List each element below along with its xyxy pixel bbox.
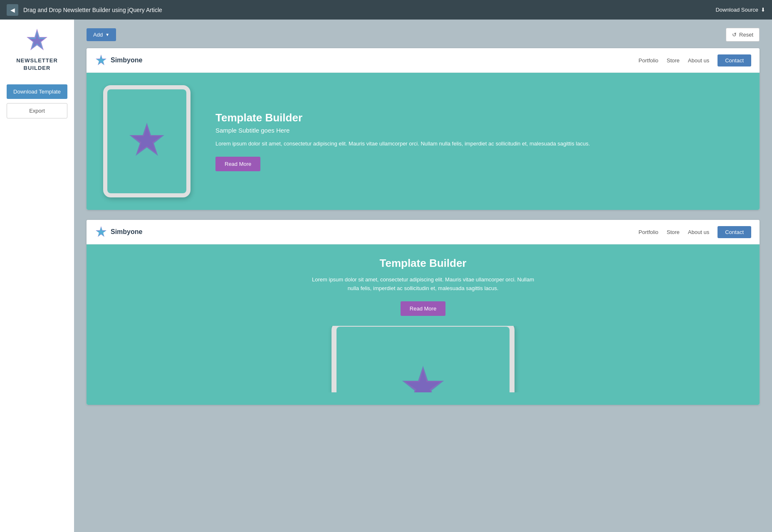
card2-brand: Simbyone <box>95 226 638 238</box>
reset-label: Reset <box>739 32 753 38</box>
main-layout: NEWSLETTERBUILDER Download Template Expo… <box>0 20 772 532</box>
tablet-screen <box>107 89 186 193</box>
newsletter-card-1: Simbyone Portfolio Store About us Contac… <box>87 48 760 210</box>
add-dropdown-arrow: ▼ <box>105 32 109 37</box>
card1-brand-icon <box>95 54 107 66</box>
tablet-star-icon <box>126 121 168 162</box>
add-button[interactable]: Add ▼ <box>87 28 116 41</box>
card2-hero: Template Builder Lorem ipsum dolor sit a… <box>87 244 760 405</box>
back-button[interactable]: ◀ <box>7 4 18 16</box>
svg-marker-4 <box>96 55 106 65</box>
svg-marker-9 <box>96 227 106 236</box>
download-source-button[interactable]: Download Source ⬇ <box>715 7 765 13</box>
tablet-frame <box>103 85 191 197</box>
card2-brand-icon <box>95 226 107 238</box>
card1-hero-text: Template Builder Sample Subtitle goes He… <box>199 111 743 171</box>
card2-brand-name: Simbyone <box>111 228 142 236</box>
card1-hero-body: Lorem ipsum dolor sit amet, consectetur … <box>215 140 743 148</box>
card1-brand: Simbyone <box>95 54 638 66</box>
card1-nav: Simbyone Portfolio Store About us Contac… <box>87 48 760 73</box>
top-bar: ◀ Drag and Drop Newsletter Builder using… <box>0 0 772 20</box>
newsletter-card-2: Simbyone Portfolio Store About us Contac… <box>87 220 760 405</box>
export-button[interactable]: Export <box>7 103 67 118</box>
download-template-button[interactable]: Download Template <box>7 84 67 99</box>
card2-nav-about[interactable]: About us <box>688 229 709 235</box>
card1-read-more-button[interactable]: Read More <box>215 157 260 171</box>
card1-device <box>103 85 199 197</box>
download-source-icon: ⬇ <box>761 7 765 13</box>
reset-icon: ↺ <box>732 32 737 38</box>
card2-tablet-star-icon <box>398 363 448 392</box>
card1-nav-links: Portfolio Store About us Contact <box>638 54 751 66</box>
card1-nav-portfolio[interactable]: Portfolio <box>638 57 658 64</box>
card2-read-more-button[interactable]: Read More <box>401 301 445 316</box>
card2-nav-portfolio[interactable]: Portfolio <box>638 229 658 235</box>
card1-nav-contact[interactable]: Contact <box>718 54 751 66</box>
toolbar: Add ▼ ↺ Reset <box>87 28 760 42</box>
top-bar-left: ◀ Drag and Drop Newsletter Builder using… <box>7 4 162 16</box>
card2-tablet-frame <box>332 326 515 392</box>
card2-tablet-container <box>103 326 743 392</box>
content-area: Add ▼ ↺ Reset Simbyone Portfol <box>74 20 772 532</box>
card1-brand-name: Simbyone <box>111 57 142 64</box>
download-source-label: Download Source <box>715 7 758 13</box>
card2-tablet-screen <box>337 327 510 392</box>
card2-nav-contact[interactable]: Contact <box>718 226 751 238</box>
sidebar: NEWSLETTERBUILDER Download Template Expo… <box>0 20 74 532</box>
add-label: Add <box>93 32 103 38</box>
card2-nav: Simbyone Portfolio Store About us Contac… <box>87 220 760 244</box>
card2-hero-title: Template Builder <box>103 257 743 270</box>
card1-hero: Template Builder Sample Subtitle goes He… <box>87 73 760 210</box>
card2-nav-store[interactable]: Store <box>667 229 680 235</box>
card2-nav-links: Portfolio Store About us Contact <box>638 226 751 238</box>
reset-button[interactable]: ↺ Reset <box>726 28 760 42</box>
sidebar-brand-title: NEWSLETTERBUILDER <box>16 57 58 72</box>
card1-hero-title: Template Builder <box>215 111 743 124</box>
card1-nav-about[interactable]: About us <box>688 57 709 64</box>
card2-hero-body: Lorem ipsum dolor sit amet, consectetur … <box>307 276 539 293</box>
sidebar-logo-star <box>25 28 49 53</box>
card1-nav-store[interactable]: Store <box>667 57 680 64</box>
card1-hero-subtitle: Sample Subtitle goes Here <box>215 127 743 134</box>
article-title: Drag and Drop Newsletter Builder using j… <box>23 7 162 13</box>
